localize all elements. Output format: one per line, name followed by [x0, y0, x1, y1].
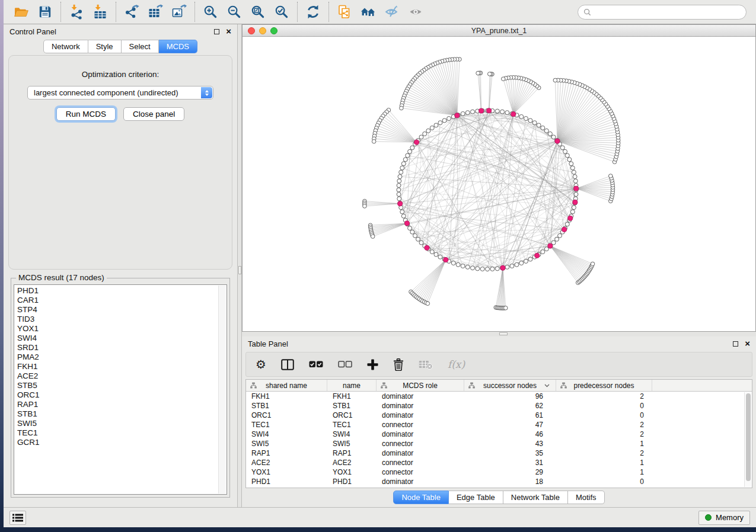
- table-panel-float-icon[interactable]: [733, 341, 738, 347]
- tab-style[interactable]: Style: [88, 40, 122, 53]
- mcds-result-item[interactable]: SWI5: [17, 419, 227, 428]
- mcds-result-item[interactable]: SRD1: [17, 343, 227, 352]
- zoom-in-button[interactable]: [199, 2, 222, 22]
- column-settings-button[interactable]: ⚙: [256, 358, 266, 370]
- column-header-predecessor-nodes[interactable]: predecessor nodes: [556, 380, 652, 391]
- zoom-selected-button[interactable]: [270, 2, 294, 22]
- mcds-result-title: MCDS result (17 nodes): [16, 273, 107, 282]
- column-header-successor-nodes[interactable]: successor nodes: [464, 380, 556, 391]
- table-row[interactable]: SWI5SWI5connector431: [246, 439, 752, 448]
- search-box[interactable]: [578, 5, 747, 20]
- close-mcds-panel-button[interactable]: Close panel: [123, 107, 184, 121]
- mcds-result-item[interactable]: TEC1: [17, 428, 227, 438]
- run-mcds-button[interactable]: Run MCDS: [56, 107, 116, 121]
- result-list-scrollbar[interactable]: [218, 286, 226, 493]
- mcds-result-item[interactable]: TID3: [17, 315, 227, 324]
- table-cell: YOX1: [327, 468, 377, 476]
- horizontal-splitter[interactable]: [242, 332, 756, 336]
- tab-network-table[interactable]: Network Table: [503, 491, 568, 504]
- mcds-result-item[interactable]: ACE2: [17, 371, 227, 381]
- table-cell: dominator: [377, 411, 464, 419]
- table-cell: connector: [377, 440, 464, 448]
- column-header-MCDS-role[interactable]: MCDS role: [377, 380, 464, 391]
- export-table-icon: [148, 4, 163, 20]
- mcds-result-item[interactable]: GCR1: [17, 438, 227, 447]
- table-body: FKH1FKH1dominator962STB1STB1dominator620…: [246, 392, 752, 486]
- control-panel-float-icon[interactable]: [214, 29, 219, 34]
- show-columns-button[interactable]: [281, 359, 294, 370]
- mcds-result-item[interactable]: SWI4: [17, 334, 227, 343]
- network-graph[interactable]: [243, 37, 755, 331]
- tab-edge-table[interactable]: Edge Table: [449, 491, 503, 504]
- mcds-result-item[interactable]: STB5: [17, 381, 227, 390]
- search-input[interactable]: [595, 8, 741, 17]
- mcds-result-item[interactable]: STB1: [17, 409, 227, 419]
- hide-selected-button[interactable]: [380, 2, 404, 22]
- mcds-result-item[interactable]: FKH1: [17, 362, 227, 371]
- duplicate-network-button[interactable]: [333, 2, 356, 22]
- export-table-button[interactable]: [143, 2, 167, 22]
- zoom-fit-button[interactable]: [246, 2, 270, 22]
- memory-button[interactable]: Memory: [698, 511, 750, 525]
- tab-mcds[interactable]: MCDS: [159, 40, 197, 53]
- refresh-view-button[interactable]: [301, 2, 325, 22]
- show-all-button[interactable]: [404, 2, 428, 22]
- tab-motifs[interactable]: Motifs: [568, 491, 605, 504]
- delete-column-button[interactable]: [393, 358, 404, 371]
- table-panel-close-icon[interactable]: ×: [745, 341, 750, 347]
- scrollbar-thumb[interactable]: [746, 393, 751, 481]
- show-panels-menu-button[interactable]: [9, 511, 26, 525]
- mcds-result-item[interactable]: PMA2: [17, 352, 227, 362]
- table-row[interactable]: ACE2ACE2connector311: [246, 458, 752, 467]
- tab-network[interactable]: Network: [43, 40, 88, 53]
- mcds-result-list[interactable]: PHD1CAR1STP4TID3YOX1SWI4SRD1PMA2FKH1ACE2…: [14, 284, 227, 495]
- select-all-rows-button[interactable]: [309, 361, 323, 368]
- column-header-shared-name[interactable]: shared name: [246, 380, 327, 391]
- import-table-button[interactable]: [88, 2, 112, 22]
- control-panel-close-icon[interactable]: ×: [226, 28, 231, 34]
- mcds-result-item[interactable]: CAR1: [17, 296, 227, 305]
- table-row[interactable]: YOX1YOX1connector291: [246, 467, 752, 477]
- network-canvas[interactable]: [243, 37, 755, 331]
- table-row[interactable]: RAP1RAP1dominator352: [246, 448, 752, 458]
- table-cell: TEC1: [246, 421, 327, 429]
- import-network-button[interactable]: [65, 2, 88, 22]
- table-row[interactable]: ORC1ORC1dominator610: [246, 411, 752, 420]
- add-column-button[interactable]: [367, 359, 378, 370]
- tab-node-table[interactable]: Node Table: [393, 491, 449, 504]
- mcds-result-item[interactable]: STP4: [17, 305, 227, 315]
- splitter-grip[interactable]: [499, 332, 508, 335]
- table-row[interactable]: FKH1FKH1dominator962: [246, 392, 752, 401]
- export-network-button[interactable]: [120, 2, 143, 22]
- main-toolbar: [4, 0, 756, 24]
- table-row[interactable]: STB1STB1dominator620: [246, 401, 752, 411]
- mcds-result-item[interactable]: ORC1: [17, 390, 227, 400]
- open-file-button[interactable]: [9, 2, 33, 22]
- table-row[interactable]: SWI4SWI4dominator462: [246, 430, 752, 439]
- vertical-splitter[interactable]: [237, 24, 242, 507]
- table-cell: PHD1: [327, 477, 377, 486]
- refresh-icon: [305, 4, 321, 20]
- table-panel-tabs: Node TableEdge TableNetwork TableMotifs: [393, 491, 604, 504]
- deselect-all-rows-button[interactable]: [338, 361, 352, 368]
- zoom-out-button[interactable]: [222, 2, 246, 22]
- mcds-result-item[interactable]: PHD1: [17, 286, 227, 296]
- table-scrollbar[interactable]: [744, 392, 751, 487]
- optimization-criterion-select[interactable]: largest connected component (undirected): [27, 86, 213, 100]
- table-row[interactable]: PHD1PHD1dominator180: [246, 477, 752, 486]
- column-header-name[interactable]: name: [327, 380, 377, 391]
- plus-icon: [367, 359, 378, 370]
- mcds-result-item[interactable]: YOX1: [17, 324, 227, 334]
- search-icon: [583, 8, 591, 16]
- save-session-button[interactable]: [33, 2, 57, 22]
- tab-select[interactable]: Select: [122, 40, 159, 53]
- table-row[interactable]: TEC1TEC1connector472: [246, 420, 752, 430]
- table-cell: connector: [377, 468, 464, 476]
- splitter-grip[interactable]: [238, 266, 241, 274]
- hierarchy-icon: [250, 382, 257, 389]
- table-cell: RAP1: [246, 449, 327, 457]
- export-image-button[interactable]: [167, 2, 191, 22]
- mcds-result-item[interactable]: RAP1: [17, 400, 227, 409]
- first-neighbors-button[interactable]: [356, 2, 380, 22]
- mcds-tab-content: Optimization criterion: largest connecte…: [8, 55, 232, 270]
